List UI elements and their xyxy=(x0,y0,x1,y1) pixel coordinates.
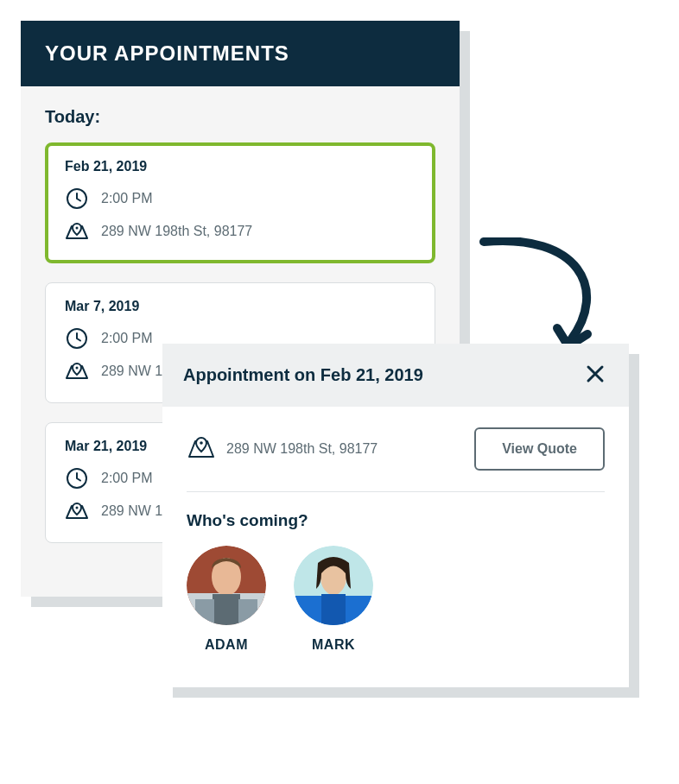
appointment-date: Mar 7, 2019 xyxy=(65,299,416,314)
close-icon xyxy=(586,364,605,386)
detail-body: 289 NW 198th St, 98177 View Quote Who's … xyxy=(162,407,629,687)
svg-rect-18 xyxy=(321,594,346,625)
svg-point-6 xyxy=(200,441,203,445)
svg-point-1 xyxy=(76,227,79,230)
attendee: ADAM xyxy=(187,546,266,653)
appointments-header: YOUR APPOINTMENTS xyxy=(21,21,460,86)
attendee-name: ADAM xyxy=(205,637,248,653)
appointment-time: 2:00 PM xyxy=(101,471,153,486)
detail-address: 289 NW 198th St, 98177 xyxy=(226,441,378,457)
avatar xyxy=(187,546,266,625)
attendee: MARK xyxy=(294,546,373,653)
svg-rect-12 xyxy=(195,599,214,625)
avatar xyxy=(294,546,373,625)
svg-rect-11 xyxy=(213,594,240,625)
view-quote-button[interactable]: View Quote xyxy=(474,427,605,471)
svg-point-3 xyxy=(76,367,79,370)
appointment-date: Feb 21, 2019 xyxy=(65,159,416,174)
divider xyxy=(187,491,605,492)
attendee-name: MARK xyxy=(312,637,355,653)
detail-address-row: 289 NW 198th St, 98177 View Quote xyxy=(187,427,605,471)
svg-point-5 xyxy=(76,507,79,509)
appointment-detail-panel: Appointment on Feb 21, 2019 289 NW 198th… xyxy=(162,344,629,687)
appointment-card[interactable]: Feb 21, 2019 2:00 PM xyxy=(45,142,435,263)
appointment-address-row: 289 NW 198th St, 98177 xyxy=(65,219,416,243)
appointment-time: 2:00 PM xyxy=(101,331,153,346)
clock-icon xyxy=(65,187,89,211)
detail-header: Appointment on Feb 21, 2019 xyxy=(162,344,629,407)
map-pin-icon xyxy=(65,219,89,243)
detail-title: Appointment on Feb 21, 2019 xyxy=(183,365,423,385)
attendee-list: ADAM xyxy=(187,546,605,653)
map-pin-icon xyxy=(187,435,214,463)
map-pin-icon xyxy=(65,499,89,523)
today-label: Today: xyxy=(45,107,435,127)
appointment-time-row: 2:00 PM xyxy=(65,187,416,211)
whos-coming-label: Who's coming? xyxy=(187,511,605,530)
appointment-time: 2:00 PM xyxy=(101,191,153,206)
appointment-address: 289 NW 198th St, 98177 xyxy=(101,224,252,239)
appointments-title: YOUR APPOINTMENTS xyxy=(45,41,435,66)
close-button[interactable] xyxy=(582,361,608,389)
clock-icon xyxy=(65,466,89,490)
detail-address-left: 289 NW 198th St, 98177 xyxy=(187,435,378,463)
map-pin-icon xyxy=(65,359,89,383)
svg-rect-13 xyxy=(238,599,257,625)
clock-icon xyxy=(65,326,89,351)
